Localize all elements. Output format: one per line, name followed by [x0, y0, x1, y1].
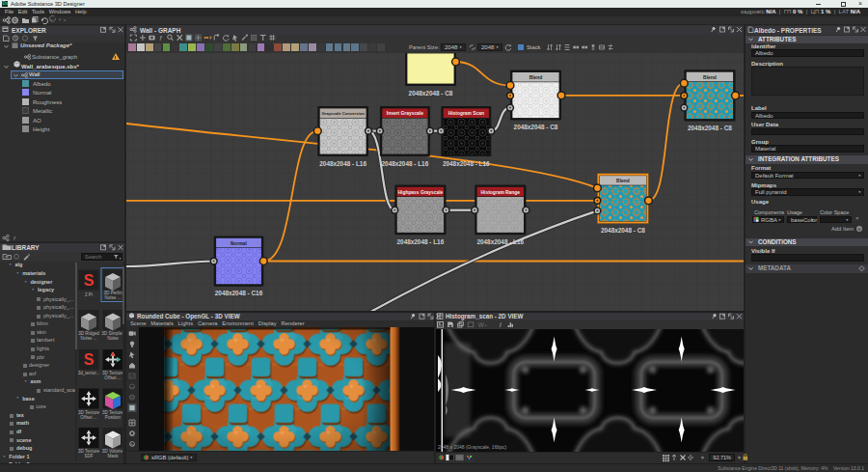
svg-text:f: f [160, 35, 163, 42]
svg-text:i: i [500, 321, 502, 328]
svg-text:W: W [478, 321, 485, 328]
svg-text:f: f [14, 236, 16, 241]
